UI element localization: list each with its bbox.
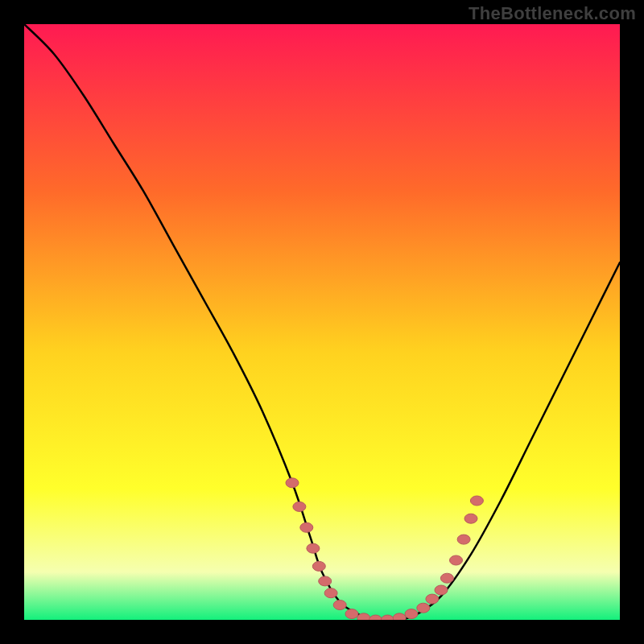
data-marker — [417, 603, 430, 613]
data-marker — [440, 573, 453, 583]
data-marker — [300, 522, 313, 532]
data-marker — [286, 478, 299, 488]
data-marker — [405, 609, 418, 619]
bottleneck-chart — [24, 24, 620, 620]
data-marker — [435, 585, 448, 595]
data-marker — [293, 502, 306, 511]
data-marker — [307, 543, 320, 553]
plot-area — [24, 24, 620, 620]
data-marker — [312, 561, 325, 571]
data-marker — [319, 576, 332, 586]
data-marker — [393, 613, 406, 620]
data-marker — [450, 555, 463, 565]
data-marker — [426, 594, 439, 604]
gradient-background — [24, 24, 620, 620]
data-marker — [470, 496, 483, 506]
data-marker — [324, 588, 337, 598]
watermark-label: TheBottleneck.com — [469, 3, 636, 24]
data-marker — [464, 514, 477, 523]
data-marker — [457, 535, 470, 544]
data-marker — [345, 609, 358, 619]
data-marker — [333, 601, 346, 610]
chart-frame: TheBottleneck.com — [0, 0, 644, 644]
data-marker — [357, 613, 370, 620]
